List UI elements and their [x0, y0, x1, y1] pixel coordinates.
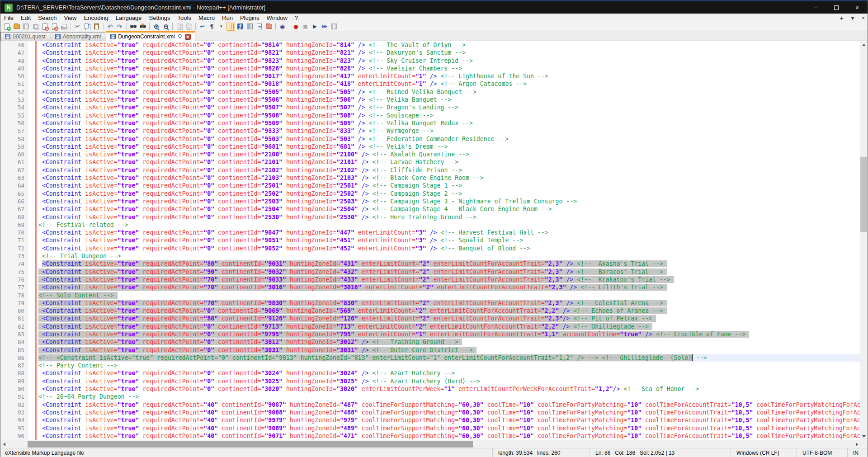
code-line-63[interactable]: <Constraint isActive="true" requiredActP…: [38, 174, 861, 182]
code-line-80[interactable]: <Constraint isActive="true" requiredActP…: [38, 307, 861, 315]
find-icon[interactable]: [129, 23, 137, 31]
menu-item-run[interactable]: Run: [218, 14, 236, 22]
code-line-64[interactable]: <Constraint isActive="true" requiredActP…: [38, 182, 861, 189]
word-wrap-icon[interactable]: ↩: [198, 23, 207, 31]
close-icon[interactable]: [41, 23, 49, 31]
sync-vertical-icon[interactable]: [175, 23, 184, 31]
code-line-82[interactable]: <Constraint isActive="true" requiredActP…: [38, 323, 861, 330]
zoom-out-icon[interactable]: −: [161, 23, 170, 31]
indent-guide-icon[interactable]: [226, 23, 235, 31]
menu-item-edit[interactable]: Edit: [17, 14, 34, 22]
code-line-85[interactable]: <Constraint isActive="true" requiredActP…: [38, 346, 861, 354]
macro-save-icon[interactable]: [330, 23, 338, 31]
code-line-90[interactable]: <Constraint isActive="true" requiredActP…: [38, 385, 861, 393]
menu-item-plugins[interactable]: Plugins: [236, 14, 263, 22]
undo-icon[interactable]: ↶: [106, 23, 114, 31]
code-line-75[interactable]: <Constraint isActive="true" requiredActP…: [38, 268, 861, 276]
folder-as-workspace-icon[interactable]: [264, 23, 273, 31]
code-line-69[interactable]: <!-- Festival-related -->: [38, 221, 861, 229]
code-line-70[interactable]: <Constraint isActive="true" requiredActP…: [38, 229, 861, 236]
menu-item-search[interactable]: Search: [34, 14, 60, 22]
new-file-icon[interactable]: [3, 23, 11, 31]
scroll-down-arrow[interactable]: [860, 433, 868, 440]
code-line-61[interactable]: <Constraint isActive="true" requiredActP…: [38, 158, 861, 166]
sync-horizontal-icon[interactable]: [184, 23, 193, 31]
code-line-76[interactable]: <Constraint isActive="true" requiredActP…: [38, 276, 861, 283]
save-all-icon[interactable]: [31, 23, 40, 31]
horizontal-scrollbar[interactable]: [0, 440, 861, 448]
code-line-74[interactable]: <Constraint isActive="true" requiredActP…: [38, 260, 861, 268]
code-line-62[interactable]: <Constraint isActive="true" requiredActP…: [38, 166, 861, 174]
menu-item-language[interactable]: Language: [112, 14, 146, 22]
code-line-78[interactable]: <!-- Solo Content -->: [38, 292, 861, 299]
status-insert-mode[interactable]: IN: [847, 448, 868, 457]
close-button[interactable]: ×: [847, 1, 868, 14]
code-line-49[interactable]: <Constraint isActive="true" requiredActP…: [38, 65, 861, 72]
tab-000201-quest[interactable]: 000201.quest: [0, 32, 50, 41]
code-line-57[interactable]: <Constraint isActive="true" requiredActP…: [38, 127, 861, 135]
code-line-51[interactable]: <Constraint isActive="true" requiredActP…: [38, 80, 861, 88]
scroll-left-arrow[interactable]: [0, 440, 8, 448]
zoom-in-icon[interactable]: +: [152, 23, 160, 31]
cut-icon[interactable]: ✂: [73, 23, 82, 31]
editor-area[interactable]: 4647484950515253545556575859606162636465…: [0, 41, 861, 440]
function-list-icon[interactable]: ƒ: [236, 23, 245, 31]
menu-item-window[interactable]: Window: [263, 14, 291, 22]
code-line-52[interactable]: <Constraint isActive="true" requiredActP…: [38, 88, 861, 96]
code-line-87[interactable]: <!-- Party Content -->: [38, 362, 861, 369]
menu-item-settings[interactable]: Settings: [146, 14, 174, 22]
menu-item-[interactable]: ?: [291, 14, 302, 22]
code-line-58[interactable]: <Constraint isActive="true" requiredActP…: [38, 135, 861, 143]
menu-item-macro[interactable]: Macro: [195, 14, 218, 22]
pin-tab-icon[interactable]: [177, 34, 183, 39]
macro-stop-icon[interactable]: ■: [301, 23, 310, 31]
code-line-54[interactable]: <Constraint isActive="true" requiredActP…: [38, 104, 861, 111]
line-number-margin[interactable]: 4647484950515253545556575859606162636465…: [0, 41, 28, 440]
code-line-92[interactable]: <Constraint isActive="true" requiredActP…: [38, 401, 861, 409]
code-line-86[interactable]: <!-- <Constraint isActive="true" require…: [38, 354, 861, 362]
document-list-icon[interactable]: [255, 23, 264, 31]
document-map-icon[interactable]: [245, 23, 254, 31]
menu-item-encoding[interactable]: Encoding: [80, 14, 112, 22]
close-all-icon[interactable]: [50, 23, 59, 31]
paste-icon[interactable]: [92, 23, 101, 31]
file-monitoring-icon[interactable]: ◉: [278, 23, 287, 31]
code-line-60[interactable]: <Constraint isActive="true" requiredActP…: [38, 151, 861, 158]
copy-icon[interactable]: [83, 23, 91, 31]
code-line-88[interactable]: <Constraint isActive="true" requiredActP…: [38, 369, 861, 377]
redo-icon[interactable]: ↷: [115, 23, 124, 31]
macro-record-icon[interactable]: ●: [292, 23, 300, 31]
code-line-71[interactable]: <Constraint isActive="true" requiredActP…: [38, 236, 861, 244]
code-line-95[interactable]: <Constraint isActive="true" requiredActP…: [38, 424, 861, 432]
code-line-56[interactable]: <Constraint isActive="true" requiredActP…: [38, 119, 861, 127]
code-line-55[interactable]: <Constraint isActive="true" requiredActP…: [38, 112, 861, 119]
print-icon[interactable]: [60, 23, 68, 31]
code-line-66[interactable]: <Constraint isActive="true" requiredActP…: [38, 198, 861, 205]
save-icon[interactable]: [22, 23, 30, 31]
menu-item-tools[interactable]: Tools: [174, 14, 195, 22]
close-document-icon[interactable]: ×: [862, 15, 865, 21]
code-line-50[interactable]: <Constraint isActive="true" requiredActP…: [38, 72, 861, 80]
code-line-84[interactable]: <Constraint isActive="true" requiredActP…: [38, 338, 861, 346]
code-line-65[interactable]: <Constraint isActive="true" requiredActP…: [38, 190, 861, 198]
minimize-button[interactable]: −: [805, 1, 826, 14]
code-area[interactable]: <Constraint isActive="true" requiredActP…: [38, 41, 861, 440]
code-line-94[interactable]: <Constraint isActive="true" requiredActP…: [38, 416, 861, 424]
code-line-59[interactable]: <Constraint isActive="true" requiredActP…: [38, 143, 861, 151]
code-line-47[interactable]: <Constraint isActive="true" requiredActP…: [38, 49, 861, 57]
replace-icon[interactable]: [138, 23, 147, 31]
code-line-83[interactable]: <Constraint isActive="true" requiredActP…: [38, 330, 861, 338]
code-line-72[interactable]: <Constraint isActive="true" requiredActP…: [38, 245, 861, 252]
tab-abnormality-xml[interactable]: Abnormality.xml: [51, 32, 105, 41]
horizontal-scroll-thumb[interactable]: [28, 441, 473, 448]
code-line-91[interactable]: <!-- 20~64 Party Dungeon -->: [38, 393, 861, 400]
scroll-up-arrow[interactable]: [860, 41, 868, 49]
maximize-button[interactable]: [826, 1, 847, 14]
code-line-79[interactable]: <Constraint isActive="true" requiredActP…: [38, 299, 861, 307]
show-all-characters-icon[interactable]: ¶: [208, 23, 216, 31]
show-symbol-dropdown-icon[interactable]: ▾: [217, 23, 226, 31]
code-line-73[interactable]: <!-- Trial Dungeon -->: [38, 252, 861, 260]
close-tab-icon[interactable]: ×: [185, 34, 191, 40]
code-line-48[interactable]: <Constraint isActive="true" requiredActP…: [38, 57, 861, 65]
tab-dungeonconstraint-xml[interactable]: DungeonConstraint.xml×: [106, 31, 195, 41]
